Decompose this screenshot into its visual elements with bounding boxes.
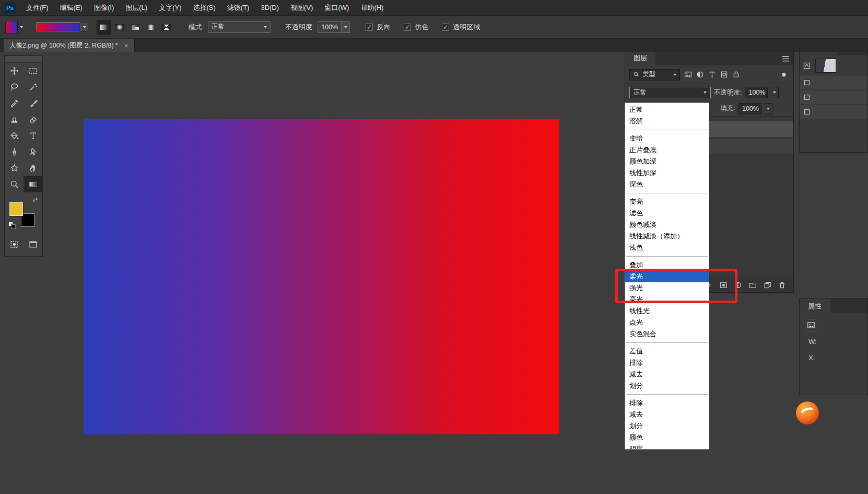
tool-eraser[interactable] [24, 111, 42, 128]
blend-option[interactable]: 明度 [625, 443, 709, 450]
layer-filter-select[interactable]: 类型 [629, 69, 680, 81]
panel-opacity-input[interactable]: 100% [745, 87, 768, 98]
new-layer-button[interactable] [764, 281, 771, 289]
checkbox-仿色[interactable]: ✓仿色 [404, 22, 428, 32]
blend-option[interactable]: 颜色 [625, 432, 709, 443]
blend-option[interactable]: 实色混合 [625, 328, 709, 340]
blend-option[interactable]: 正片叠底 [625, 144, 709, 156]
blend-option[interactable]: 划分 [625, 420, 709, 432]
fill-input[interactable]: 100% [738, 103, 761, 114]
fill-dropdown-button[interactable] [765, 103, 772, 114]
blend-option[interactable]: 减去 [625, 409, 709, 420]
blend-option[interactable]: 排除 [625, 357, 709, 369]
blend-option[interactable]: 滤色 [625, 208, 709, 219]
gradient-type-reflected[interactable] [144, 20, 158, 35]
tool-eyedropper[interactable] [5, 95, 24, 111]
filter-smart-object-button[interactable] [730, 70, 742, 80]
menu-item[interactable]: 文字(Y) [153, 0, 187, 15]
blend-option[interactable]: 划分 [625, 380, 709, 392]
checkbox-透明区域[interactable]: ✓透明区域 [442, 22, 480, 32]
delete-layer-button[interactable] [778, 281, 786, 289]
menu-item[interactable]: 滤镜(T) [221, 0, 255, 15]
checkbox-反向[interactable]: ✓反向 [366, 22, 390, 32]
menu-item[interactable]: 帮助(H) [355, 0, 389, 15]
menu-item[interactable]: 窗口(W) [319, 0, 355, 15]
default-colors-icon[interactable] [8, 222, 17, 230]
tool-paint-bucket[interactable] [5, 128, 24, 144]
gradient-type-radial[interactable] [112, 20, 127, 35]
tool-type[interactable] [24, 128, 42, 144]
blend-option[interactable]: 变暗 [625, 133, 709, 144]
tool-rectangular-marquee[interactable] [24, 63, 42, 79]
filter-adjustment-button[interactable] [694, 70, 706, 80]
history-snapshot-row[interactable] [800, 55, 867, 76]
layer-group-button[interactable] [749, 281, 757, 289]
gradient-picker-dropdown-button[interactable] [80, 22, 88, 32]
panel-grip[interactable] [5, 56, 42, 63]
gradient-type-linear[interactable] [97, 20, 111, 35]
blend-option[interactable]: 点光 [625, 317, 709, 328]
filter-type-filter-button[interactable] [706, 70, 718, 80]
menu-item[interactable]: 视图(V) [285, 0, 319, 15]
blend-option[interactable]: 颜色加深 [625, 156, 709, 167]
panel-opacity-dropdown-button[interactable] [771, 87, 779, 98]
blend-option[interactable]: 正常 [625, 104, 709, 116]
tab-layers[interactable]: 图层 [625, 50, 655, 65]
blend-option[interactable]: 减去 [625, 369, 709, 380]
mode-select[interactable]: 正常 [208, 21, 271, 33]
blend-option[interactable]: 排除 [625, 397, 709, 409]
filter-shape-filter-button[interactable] [718, 70, 730, 80]
tool-magic-wand[interactable] [24, 79, 42, 95]
menu-item[interactable]: 图像(I) [88, 0, 120, 15]
tool-zoom[interactable] [5, 176, 24, 192]
tool-gradient[interactable] [24, 176, 42, 192]
close-icon[interactable]: × [124, 42, 128, 50]
gradient-type-diamond[interactable] [159, 20, 174, 35]
blend-option[interactable]: 线性减淡（添加） [625, 231, 709, 242]
opacity-dropdown-button[interactable] [342, 21, 350, 33]
tool-custom-shape[interactable] [5, 160, 24, 176]
tool-preset-picker[interactable] [5, 21, 23, 33]
tool-clone-stamp[interactable] [5, 111, 24, 128]
tool-screen-mode[interactable] [24, 236, 42, 252]
menu-item[interactable]: 选择(S) [187, 0, 221, 15]
canvas-document[interactable] [84, 119, 559, 434]
tool-hand[interactable] [24, 160, 42, 176]
menu-item[interactable]: 文件(F) [20, 0, 54, 15]
history-brush-icon[interactable] [803, 62, 811, 70]
blend-option[interactable]: 浅色 [625, 242, 709, 254]
angle-gradient-icon [131, 24, 139, 30]
filter-image-button[interactable] [682, 70, 694, 80]
blend-option[interactable]: 变亮 [625, 196, 709, 208]
tool-pen[interactable] [5, 144, 24, 160]
tool-brush[interactable] [24, 95, 42, 111]
foreground-color[interactable] [9, 202, 23, 216]
blend-option[interactable]: 深色 [625, 179, 709, 190]
menu-item[interactable]: 3D(D) [255, 0, 285, 15]
menu-item[interactable]: 图层(L) [120, 0, 153, 15]
blend-option[interactable]: 溶解 [625, 116, 709, 127]
tool-path-selection[interactable] [24, 144, 42, 160]
blend-option[interactable]: 颜色减淡 [625, 219, 709, 231]
snapshot-thumbnail[interactable] [815, 59, 836, 73]
history-state-row[interactable] [800, 105, 867, 119]
blend-option[interactable]: 差值 [625, 346, 709, 357]
filter-toggle-button[interactable] [779, 71, 789, 78]
document-tab[interactable]: 人像2.png @ 100% (图层 2, RGB/8) * × [4, 39, 135, 52]
gradient-type-angle[interactable] [128, 20, 143, 35]
tab-properties[interactable]: 属性 [800, 298, 830, 313]
menu-item[interactable]: 编辑(E) [54, 0, 88, 15]
swap-colors-icon[interactable]: ⇄ [33, 197, 38, 203]
history-state-row[interactable] [800, 76, 867, 89]
blend-mode-select[interactable]: 正常 [629, 87, 711, 98]
transform-fields: W:X: [800, 334, 867, 366]
opacity-input[interactable]: 100% [318, 21, 342, 33]
blend-option[interactable]: 线性加深 [625, 167, 709, 179]
gradient-picker[interactable] [37, 22, 88, 32]
tool-move[interactable] [5, 63, 24, 79]
history-state-row[interactable] [800, 90, 867, 104]
panel-menu-icon[interactable] [781, 54, 789, 62]
tool-quick-mask[interactable] [5, 236, 24, 252]
blend-option[interactable]: 线性光 [625, 305, 709, 317]
tool-lasso[interactable] [5, 79, 24, 95]
